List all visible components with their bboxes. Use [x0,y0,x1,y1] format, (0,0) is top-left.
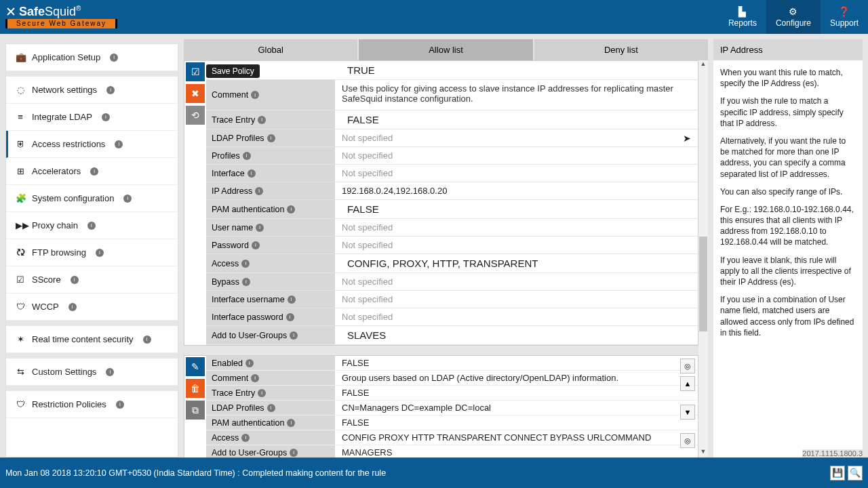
info-icon[interactable]: i [96,249,104,257]
label-profiles: Profilesi [206,147,335,164]
info-icon[interactable]: i [255,187,263,195]
logo: SafeSquid® Secure Web Gateway [5,5,117,28]
user-groups-value[interactable]: SLAVES [335,326,698,344]
tab-global[interactable]: Global [184,39,357,60]
sidebar-item-access-restrictions[interactable]: ⛨Access restrictionsi [6,131,178,158]
info-icon[interactable]: i [245,359,254,367]
label-interface-password: Interface passwordi [206,308,335,325]
info-icon[interactable]: i [123,195,132,203]
save-icon-button[interactable]: 💾 [830,466,845,481]
info-icon[interactable]: i [251,91,259,99]
sidebar-item-application-setup[interactable]: 💼Application Setupi [6,44,178,71]
info-icon[interactable]: i [288,296,296,304]
sidebar-item-custom[interactable]: ⇆Custom Settingsi [6,359,178,386]
sidebar-item-network[interactable]: ◌Network settingsi [6,77,178,104]
nav-reports[interactable]: ▙Reports [719,0,766,34]
comment-field[interactable] [335,80,698,110]
enabled-value[interactable]: TRUE [335,61,698,79]
info-icon[interactable]: i [251,374,259,382]
info-icon[interactable]: i [267,404,275,412]
comment-textarea[interactable] [342,83,691,106]
sidebar-item-realtime[interactable]: ✶Real time content securityi [6,326,178,353]
info-icon[interactable]: i [242,278,250,286]
info-icon[interactable]: i [290,449,298,457]
info-icon[interactable]: i [102,113,110,121]
info-icon[interactable]: i [256,224,264,232]
info-icon[interactable]: i [287,205,295,214]
info-icon[interactable]: i [243,152,251,160]
edit-policy-button[interactable]: ✎ [186,357,205,376]
sidebar-item-sscore[interactable]: ☑SScorei [6,266,178,293]
tab-deny-list[interactable]: Deny list [534,39,708,60]
undo-button[interactable]: ⟲ [186,106,205,125]
info-icon[interactable]: i [287,419,295,427]
sidebar-item-ftp[interactable]: 🗘FTP browsingi [6,239,178,266]
info-icon[interactable]: i [267,134,275,142]
clone-policy-button[interactable]: ⧉ [186,401,205,420]
interface-field[interactable]: Not specified [335,165,698,182]
sidebar-item-system-config[interactable]: 🧩System configurationi [6,185,178,212]
info-icon[interactable]: i [116,401,124,409]
tab-allow-list[interactable]: Allow list [359,39,532,60]
sidebar-item-restriction-policies[interactable]: 🛡Restriction Policiesi [6,391,178,418]
info-icon[interactable]: i [258,116,266,124]
help-body: When you want this rule to match, specif… [713,60,863,352]
info-icon[interactable]: i [90,167,98,176]
sidebar-item-ldap[interactable]: ≡Integrate LDAPi [6,104,178,131]
info-icon[interactable]: i [87,222,96,230]
target-button-2[interactable]: ◎ [680,433,695,448]
info-icon[interactable]: i [71,276,79,284]
gears-icon: ⚙ [789,6,797,17]
info-icon[interactable]: i [143,336,151,344]
info-icon[interactable]: i [252,241,260,249]
access-value[interactable]: CONFIG, PROXY, HTTP, TRANSPARENT [335,254,698,272]
info-icon[interactable]: i [248,169,256,178]
info-icon[interactable]: i [110,54,118,62]
info-icon[interactable]: i [241,434,250,442]
info-icon[interactable]: i [286,313,294,321]
logo-icon [5,6,16,17]
scroll-thumb[interactable] [699,237,707,331]
status-text: Mon Jan 08 2018 13:20:10 GMT+0530 (India… [5,468,386,478]
info-icon[interactable]: i [258,389,266,397]
nav-configure[interactable]: ⚙Configure [766,0,821,34]
profiles-field[interactable]: Not specified [335,147,698,164]
nav-support[interactable]: ❓Support [821,0,868,34]
save-policy-button[interactable]: ☑Save Policy [186,62,205,81]
password-field[interactable]: Not specified [335,237,698,253]
trace-value[interactable]: FALSE [335,110,698,129]
send-icon[interactable]: ➤ [683,133,691,144]
delete-policy-button[interactable]: ✖ [186,84,205,103]
pam-value[interactable]: FALSE [335,200,698,218]
policy-panel-collapsed: ✎ 🗑 ⧉ EnablediFALSE CommentiGroup users … [184,355,698,458]
label-comment: Commenti [206,80,335,110]
info-icon[interactable]: i [106,86,115,94]
ldap-profiles-field[interactable]: Not specified➤ [335,129,698,146]
search-icon-button[interactable]: 🔍 [848,466,863,481]
label-username: User namei [206,219,335,236]
sidebar-item-proxy-chain[interactable]: ▶▶Proxy chaini [6,212,178,239]
username-field[interactable]: Not specified [335,219,698,236]
brand-tagline: Secure Web Gateway [5,19,117,28]
interface-username-field[interactable]: Not specified [335,291,698,308]
info-icon[interactable]: i [106,368,114,376]
bypass-field[interactable]: Not specified [335,273,698,290]
scrollbar[interactable]: ▲ ▼ [698,60,708,458]
sidebar-item-wccp[interactable]: 🛡WCCPi [6,293,178,321]
label-ldap-profiles: LDAP Profilesi [206,129,335,146]
scroll-up-icon[interactable]: ▲ [698,60,708,70]
info-icon[interactable]: i [290,331,298,340]
label-access: Accessi [206,254,335,272]
tabs: Global Allow list Deny list [184,39,708,60]
info-icon[interactable]: i [115,140,123,148]
scroll-down-icon[interactable]: ▼ [698,448,708,458]
ip-address-field[interactable]: 192.168.0.24,192.168.0.20 [335,182,698,199]
sidebar-item-accelerators[interactable]: ⊞Acceleratorsi [6,158,178,185]
move-up-button[interactable]: ▲ [680,376,695,391]
move-down-button[interactable]: ▼ [680,405,695,420]
info-icon[interactable]: i [241,260,250,268]
info-icon[interactable]: i [68,303,77,311]
target-button[interactable]: ◎ [680,359,695,373]
delete-policy-button[interactable]: 🗑 [186,379,205,398]
interface-password-field[interactable]: Not specified [335,308,698,325]
